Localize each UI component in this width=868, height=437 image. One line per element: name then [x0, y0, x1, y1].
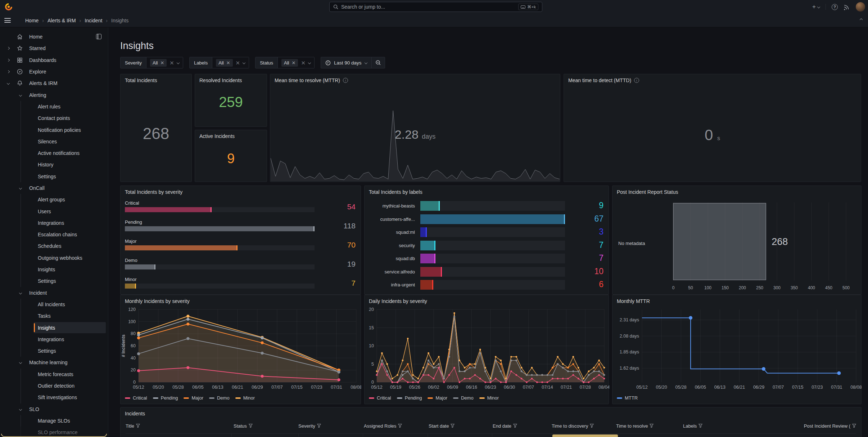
- sidebar-item-explore[interactable]: Explore: [0, 66, 108, 77]
- filter-clear-icon[interactable]: ✕: [169, 60, 174, 66]
- filter-funnel-icon[interactable]: [852, 423, 856, 429]
- filter-funnel-icon[interactable]: [398, 423, 402, 429]
- info-icon[interactable]: i: [343, 78, 348, 83]
- panel-title[interactable]: Incidents: [125, 411, 145, 416]
- panel-title[interactable]: Total Incidents by severity: [125, 189, 182, 195]
- info-icon[interactable]: i: [634, 78, 639, 83]
- sidebar-item-settings[interactable]: Settings: [0, 171, 108, 182]
- zoom-out-button[interactable]: [371, 57, 385, 68]
- sidebar-item-settings[interactable]: Settings: [0, 345, 108, 357]
- table-column-header-status[interactable]: Status: [234, 423, 298, 429]
- sidebar-item-alerting[interactable]: Alerting: [0, 89, 108, 101]
- filter-funnel-icon[interactable]: [650, 423, 654, 429]
- filter-funnel-icon[interactable]: [249, 423, 253, 429]
- sidebar-item-settings[interactable]: Settings: [0, 275, 108, 287]
- sidebar-item-insights[interactable]: Insights: [0, 264, 108, 275]
- sidebar-item-machine-learning[interactable]: Machine learning: [0, 357, 108, 368]
- legend-item-pending[interactable]: Pending: [397, 395, 422, 401]
- filter-funnel-icon[interactable]: [451, 423, 455, 429]
- filter-funnel-icon[interactable]: [699, 423, 702, 429]
- sidebar-item-oncall[interactable]: OnCall: [0, 182, 108, 194]
- legend-item-demo[interactable]: Demo: [209, 395, 230, 401]
- panel-title[interactable]: Resolved Incidents: [199, 77, 242, 83]
- dock-menu-icon[interactable]: [96, 34, 101, 39]
- sidebar-item-notification-policies[interactable]: Notification policies: [0, 124, 108, 135]
- filter-funnel-icon[interactable]: [513, 423, 517, 429]
- legend-item-minor[interactable]: Minor: [235, 395, 255, 401]
- table-column-header-assigned-roles[interactable]: Assigned Roles: [364, 423, 429, 429]
- table-column-header-start-date[interactable]: Start date: [429, 423, 493, 429]
- sidebar-item-contact-points[interactable]: Contact points: [0, 112, 108, 124]
- grafana-logo[interactable]: [4, 2, 13, 12]
- table-column-header-title[interactable]: Title: [126, 423, 234, 429]
- table-column-header-time-to-discovery[interactable]: Time to discovery: [552, 423, 616, 429]
- sidebar-item-manage-slos[interactable]: Manage SLOs: [0, 415, 108, 427]
- collapse-up-icon[interactable]: [860, 18, 863, 21]
- chip-remove-icon[interactable]: ✕: [226, 61, 230, 65]
- sidebar-item-incident[interactable]: Incident: [0, 287, 108, 299]
- sidebar-item-slo[interactable]: SLO: [0, 403, 108, 415]
- sidebar-item-tasks[interactable]: Tasks: [0, 310, 108, 322]
- add-new-button[interactable]: +: [812, 3, 820, 10]
- sidebar-item-outlier-detection[interactable]: Outlier detection: [0, 380, 108, 392]
- legend-item-minor[interactable]: Minor: [479, 395, 499, 401]
- legend-item-major[interactable]: Major: [428, 395, 447, 401]
- sidebar-item-all-incidents[interactable]: All Incidents: [0, 299, 108, 310]
- table-column-header-end-date[interactable]: End date: [493, 423, 552, 429]
- filter-chip[interactable]: All✕: [281, 59, 298, 67]
- legend-item-mttr[interactable]: MTTR: [617, 395, 638, 401]
- filter-value[interactable]: All✕✕: [278, 57, 314, 68]
- menu-toggle-icon[interactable]: [4, 18, 11, 23]
- table-column-header-severity[interactable]: Severity: [298, 423, 364, 429]
- panel-title[interactable]: Total Incidents by labels: [369, 189, 422, 195]
- filter-funnel-icon[interactable]: [317, 423, 321, 429]
- panel-title[interactable]: Post Incident Report Status: [617, 189, 678, 195]
- sidebar-item-history[interactable]: History: [0, 159, 108, 170]
- sidebar-item-sift-investigations[interactable]: Sift investigations: [0, 392, 108, 403]
- sidebar-item-active-notifications[interactable]: Active notifications: [0, 147, 108, 159]
- search-input[interactable]: Search or jump to... ⌘+k: [329, 2, 542, 12]
- sidebar-item-integrations[interactable]: Integrations: [0, 217, 108, 229]
- filter-value[interactable]: All✕✕: [146, 57, 183, 68]
- sidebar-item-integrations[interactable]: Integrations: [0, 334, 108, 345]
- legend-item-major[interactable]: Major: [184, 395, 203, 401]
- breadcrumb-item[interactable]: Incident: [85, 18, 102, 23]
- filter-chip[interactable]: All✕: [150, 59, 167, 67]
- sidebar-item-starred[interactable]: Starred: [0, 43, 108, 54]
- chip-remove-icon[interactable]: ✕: [160, 61, 164, 65]
- sidebar-item-alert-rules[interactable]: Alert rules: [0, 101, 108, 112]
- filter-clear-icon[interactable]: ✕: [236, 60, 240, 66]
- chevron-down-icon[interactable]: [243, 61, 245, 64]
- table-column-header-post-incident-review-[interactable]: Post Incident Review (: [790, 423, 856, 429]
- table-column-header-time-to-resolve[interactable]: Time to resolve: [616, 423, 683, 429]
- filter-funnel-icon[interactable]: [136, 423, 140, 429]
- sidebar-item-alerts-irm[interactable]: Alerts & IRM: [0, 77, 108, 89]
- time-range-button[interactable]: Last 90 days: [321, 57, 371, 68]
- sidebar-item-escalation-chains[interactable]: Escalation chains: [0, 229, 108, 240]
- chevron-down-icon[interactable]: [177, 61, 180, 64]
- legend-item-critical[interactable]: Critical: [369, 395, 391, 401]
- news-rss-icon[interactable]: [844, 4, 850, 10]
- user-avatar[interactable]: [856, 2, 865, 12]
- panel-title[interactable]: Active Incidents: [199, 133, 235, 139]
- breadcrumb-item[interactable]: Alerts & IRM: [48, 18, 76, 23]
- sidebar-item-silences[interactable]: Silences: [0, 136, 108, 147]
- sidebar-item-schedules[interactable]: Schedules: [0, 240, 108, 252]
- legend-item-critical[interactable]: Critical: [125, 395, 147, 401]
- sidebar-item-alert-groups[interactable]: Alert groups: [0, 194, 108, 205]
- filter-clear-icon[interactable]: ✕: [301, 60, 306, 66]
- legend-item-pending[interactable]: Pending: [153, 395, 178, 401]
- sidebar-item-home[interactable]: Home: [0, 31, 108, 43]
- chip-remove-icon[interactable]: ✕: [291, 61, 295, 65]
- sidebar-item-outgoing-webhooks[interactable]: Outgoing webhooks: [0, 252, 108, 264]
- filter-value[interactable]: All✕✕: [212, 57, 249, 68]
- sidebar-item-dashboards[interactable]: Dashboards: [0, 54, 108, 66]
- chevron-down-icon[interactable]: [308, 61, 311, 64]
- legend-item-demo[interactable]: Demo: [453, 395, 474, 401]
- filter-chip[interactable]: All✕: [216, 59, 232, 67]
- sidebar-item-users[interactable]: Users: [0, 205, 108, 217]
- sidebar-item-insights[interactable]: Insights: [0, 322, 108, 333]
- breadcrumb-item[interactable]: Home: [25, 18, 39, 23]
- help-icon[interactable]: ?: [832, 4, 838, 10]
- panel-title[interactable]: Total Incidents: [125, 77, 157, 83]
